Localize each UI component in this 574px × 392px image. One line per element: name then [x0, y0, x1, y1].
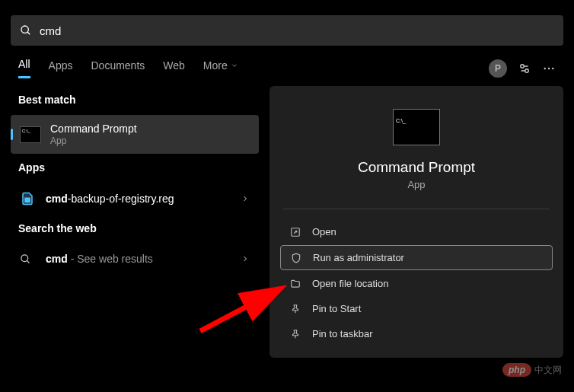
svg-line-1	[27, 32, 30, 34]
pin-icon	[289, 329, 301, 339]
shield-icon	[290, 253, 302, 263]
action-list: Open Run as administrator Open file loca…	[280, 220, 553, 346]
svg-point-5	[548, 67, 550, 69]
action-run-as-administrator[interactable]: Run as administrator	[280, 245, 553, 270]
watermark-text: 中文网	[534, 364, 562, 377]
section-search-web: Search the web	[11, 215, 259, 244]
svg-point-8	[21, 254, 28, 261]
watermark-logo: php	[502, 363, 531, 377]
tabs-row: All Apps Documents Web More P	[0, 46, 574, 86]
chevron-right-icon	[241, 254, 250, 263]
tab-more-label: More	[203, 59, 228, 72]
result-subtitle: App	[50, 135, 250, 146]
action-label: Open file location	[312, 278, 388, 289]
tab-apps[interactable]: Apps	[49, 59, 73, 78]
cmd-app-icon: C:\_	[20, 126, 41, 143]
split-view-icon[interactable]	[518, 62, 531, 75]
more-options-icon[interactable]	[542, 62, 556, 75]
action-open-file-location[interactable]: Open file location	[280, 272, 553, 295]
svg-line-9	[27, 260, 29, 263]
search-input[interactable]	[40, 24, 554, 37]
web-text: cmd - See web results	[46, 253, 241, 265]
result-command-prompt[interactable]: C:\_ Command Prompt App	[11, 115, 259, 154]
top-actions: P	[489, 59, 556, 78]
results-column: Best match C:\_ Command Prompt App Apps …	[11, 86, 259, 358]
preview-app-icon: C:\_	[393, 109, 440, 145]
open-icon	[289, 227, 301, 237]
user-avatar[interactable]: P	[489, 59, 507, 78]
action-open[interactable]: Open	[280, 220, 553, 244]
tab-all[interactable]: All	[18, 58, 30, 78]
action-label: Run as administrator	[313, 252, 404, 263]
svg-point-2	[521, 64, 525, 68]
section-apps: Apps	[11, 154, 259, 183]
tab-web[interactable]: Web	[163, 59, 185, 78]
preview-title: Command Prompt	[280, 159, 553, 176]
pin-icon	[289, 304, 301, 314]
result-text: cmd-backup-of-registry.reg	[46, 193, 241, 205]
preview-subtitle: App	[280, 179, 553, 190]
chevron-down-icon	[231, 62, 238, 69]
result-text: Command Prompt App	[50, 123, 250, 146]
chevron-right-icon	[241, 194, 250, 203]
divider	[283, 209, 550, 209]
action-label: Pin to Start	[312, 303, 361, 314]
section-best-match: Best match	[11, 86, 259, 115]
action-label: Open	[312, 226, 336, 237]
folder-icon	[289, 279, 301, 289]
tab-more[interactable]: More	[203, 59, 238, 78]
preview-panel: C:\_ Command Prompt App Open Run as admi…	[269, 86, 563, 358]
result-web-search[interactable]: cmd - See web results	[11, 244, 259, 274]
action-pin-to-taskbar[interactable]: Pin to taskbar	[280, 322, 553, 346]
watermark: php 中文网	[502, 363, 562, 377]
svg-point-0	[21, 26, 28, 33]
tab-documents[interactable]: Documents	[91, 59, 145, 78]
result-title: cmd-backup-of-registry.reg	[46, 193, 241, 205]
content: Best match C:\_ Command Prompt App Apps …	[0, 86, 574, 358]
search-bar[interactable]	[11, 15, 563, 46]
tabs: All Apps Documents Web More	[18, 58, 238, 78]
svg-point-6	[552, 67, 553, 69]
action-label: Pin to taskbar	[312, 328, 373, 339]
svg-point-3	[525, 69, 529, 72]
search-icon	[20, 253, 35, 265]
action-pin-to-start[interactable]: Pin to Start	[280, 297, 553, 320]
svg-rect-7	[25, 198, 30, 202]
result-registry-file[interactable]: cmd-backup-of-registry.reg	[11, 183, 259, 215]
search-icon	[20, 24, 32, 37]
svg-point-4	[544, 67, 546, 69]
result-title: Command Prompt	[50, 123, 250, 135]
registry-file-icon	[20, 190, 35, 207]
